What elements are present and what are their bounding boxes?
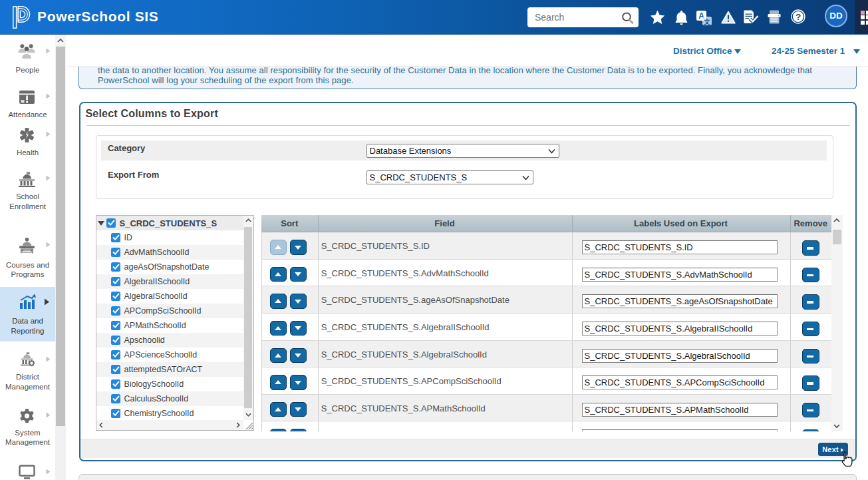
svg-text:文: 文 [703, 18, 710, 25]
svg-text:?: ? [796, 12, 801, 22]
